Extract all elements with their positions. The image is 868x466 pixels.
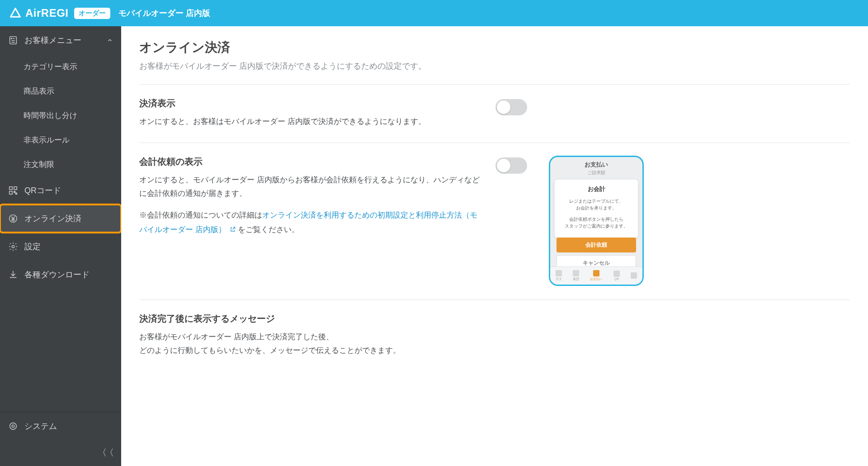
svg-rect-5: [9, 187, 12, 190]
preview-tab: 履歴: [573, 270, 579, 281]
qr-icon: [8, 185, 18, 195]
preview-tab: お支払い: [590, 270, 603, 281]
gear-icon: [8, 242, 18, 252]
download-icon: [8, 270, 18, 280]
svg-rect-6: [14, 187, 17, 190]
svg-rect-8: [14, 191, 15, 193]
sidebar-sub-hidden-rules[interactable]: 非表示ルール: [0, 128, 121, 152]
page-title: オンライン決済: [139, 39, 850, 56]
sidebar-item-online-payment[interactable]: オンライン決済: [0, 204, 121, 233]
sidebar-item-settings[interactable]: 設定: [0, 233, 121, 261]
preview-dialog-line: レジまたはテーブルにて、 お会計を承ります。: [559, 198, 633, 211]
section-checkout-request: 会計依頼の表示 オンにすると、モバイルオーダー 店内版からお客様が会計依頼を行え…: [139, 143, 850, 300]
customer-menu-icon: [8, 35, 18, 45]
section-title: 決済表示: [139, 97, 483, 109]
section-completion-message: 決済完了後に表示するメッセージ お客様がモバイルオーダー 店内版上で決済完了した…: [139, 300, 850, 371]
chevron-up-icon: [107, 37, 113, 43]
sidebar-item-label: お客様メニュー: [24, 35, 81, 46]
svg-rect-0: [10, 37, 17, 44]
preview-tab: QR: [613, 271, 620, 281]
sidebar-collapse-button[interactable]: 〈〈: [0, 440, 121, 466]
sidebar-sub-product[interactable]: 商品表示: [0, 79, 121, 103]
preview-tab: 注文: [556, 270, 562, 281]
section-description: オンにすると、モバイルオーダー 店内版からお客様が会計依頼を行えるようになり、ハ…: [139, 173, 483, 201]
main-content: オンライン決済 お客様がモバイルオーダー 店内版で決済ができるようにするための設…: [121, 26, 868, 466]
sidebar: お客様メニュー カテゴリー表示 商品表示 時間帯出し分け 非表示ルール 注文制限…: [0, 26, 121, 466]
chevron-double-left-icon: 〈〈: [98, 447, 112, 459]
section-description: お客様がモバイルオーダー 店内版上で決済完了した後、 どのように行動してもらいた…: [139, 330, 483, 358]
external-link-icon: [230, 226, 236, 233]
sidebar-item-label: 各種ダウンロード: [24, 269, 90, 280]
svg-point-13: [12, 425, 14, 428]
header-title: モバイルオーダー 店内版: [118, 8, 210, 19]
sidebar-item-system[interactable]: システム: [0, 412, 121, 440]
logo-triangle-icon: [9, 7, 22, 19]
sidebar-item-label: システム: [24, 421, 57, 432]
sidebar-sub-category[interactable]: カテゴリー表示: [0, 54, 121, 79]
toggle-checkout-request[interactable]: [495, 157, 527, 174]
toggle-payment-display[interactable]: [495, 99, 527, 115]
phone-preview: お支払い ご請求額 お会計 レジまたはテーブルにて、 お会計を承ります。 会計依…: [549, 156, 644, 286]
sidebar-item-label: オンライン決済: [24, 213, 81, 224]
section-description: オンにすると、お客様はモバイルオーダー 店内版で決済ができるようになります。: [139, 115, 483, 129]
preview-dialog-title: お会計: [559, 185, 633, 193]
sidebar-item-customer-menu[interactable]: お客様メニュー: [0, 26, 121, 54]
sidebar-item-label: 設定: [24, 241, 41, 252]
section-note: ※会計依頼の通知についての詳細はオンライン決済を利用するための初期設定と利用停止…: [139, 208, 483, 238]
preview-dialog-line: 会計依頼ボタンを押したら スタッフがご案内に参ります。: [559, 216, 633, 229]
preview-primary-button: 会計依頼: [557, 238, 636, 252]
svg-rect-7: [9, 191, 12, 194]
section-payment-display: 決済表示 オンにすると、お客様はモバイルオーダー 店内版で決済ができるようになり…: [139, 84, 850, 143]
sidebar-item-downloads[interactable]: 各種ダウンロード: [0, 261, 121, 289]
brand-badge: オーダー: [74, 8, 110, 19]
brand-name: AirREGI: [25, 7, 69, 19]
sidebar-sub-timeslot[interactable]: 時間帯出し分け: [0, 103, 121, 128]
preview-header: お支払い: [550, 157, 642, 170]
svg-point-12: [10, 423, 17, 430]
brand-logo: AirREGI オーダー: [9, 7, 110, 19]
section-title: 決済完了後に表示するメッセージ: [139, 313, 483, 325]
sidebar-sub-order-limit[interactable]: 注文制限: [0, 152, 121, 176]
system-icon: [8, 421, 18, 431]
section-title: 会計依頼の表示: [139, 156, 483, 168]
preview-tabbar: 注文 履歴 お支払い QR: [550, 266, 642, 285]
svg-point-11: [12, 245, 14, 248]
yen-icon: [8, 214, 18, 223]
preview-tab: [631, 272, 637, 279]
app-header: AirREGI オーダー モバイルオーダー 店内版: [0, 0, 868, 26]
svg-rect-9: [16, 193, 17, 195]
page-description: お客様がモバイルオーダー 店内版で決済ができるようにするための設定です。: [139, 61, 850, 71]
sidebar-item-qr[interactable]: QRコード: [0, 176, 121, 204]
sidebar-item-label: QRコード: [24, 185, 61, 196]
preview-subheader: ご請求額: [550, 170, 642, 177]
preview-dialog: お会計 レジまたはテーブルにて、 お会計を承ります。 会計依頼ボタンを押したら …: [555, 180, 638, 238]
svg-point-1: [11, 38, 12, 39]
